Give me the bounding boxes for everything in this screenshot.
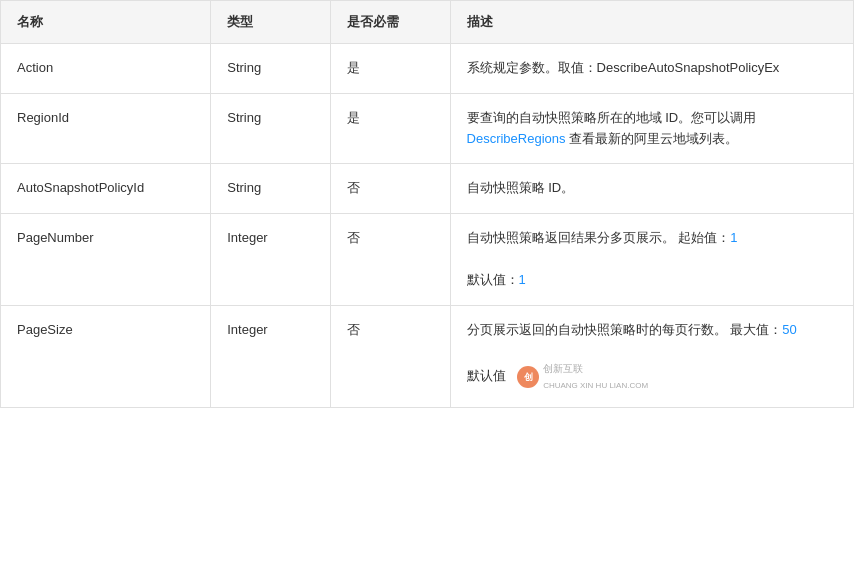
param-name: PageSize xyxy=(1,305,211,407)
header-desc: 描述 xyxy=(450,1,853,44)
table-row: RegionId String 是 要查询的自动快照策略所在的地域 ID。您可以… xyxy=(1,93,853,164)
param-desc: 系统规定参数。取值：DescribeAutoSnapshotPolicyEx xyxy=(450,44,853,94)
param-desc: 分页展示返回的自动快照策略时的每页行数。 最大值：50 默认值 创 创新互联CH… xyxy=(450,305,853,407)
table-row: AutoSnapshotPolicyId String 否 自动快照策略 ID。 xyxy=(1,164,853,214)
highlight-value-50: 50 xyxy=(782,322,796,337)
param-type: Integer xyxy=(211,305,331,407)
param-desc: 自动快照策略 ID。 xyxy=(450,164,853,214)
table-row: PageNumber Integer 否 自动快照策略返回结果分多页展示。 起始… xyxy=(1,214,853,305)
param-required: 是 xyxy=(330,93,450,164)
param-name: PageNumber xyxy=(1,214,211,305)
param-type: String xyxy=(211,164,331,214)
param-type: String xyxy=(211,93,331,164)
desc-text-before: 要查询的自动快照策略所在的地域 ID。您可以调用 xyxy=(467,110,757,125)
param-required: 是 xyxy=(330,44,450,94)
table-row: PageSize Integer 否 分页展示返回的自动快照策略时的每页行数。 … xyxy=(1,305,853,407)
desc-text-after: 查看最新的阿里云地域列表。 xyxy=(569,131,738,146)
desc-text: 系统规定参数。取值：DescribeAutoSnapshotPolicyEx xyxy=(467,60,780,75)
param-type: Integer xyxy=(211,214,331,305)
describe-regions-link[interactable]: DescribeRegions xyxy=(467,131,566,146)
param-desc: 要查询的自动快照策略所在的地域 ID。您可以调用 DescribeRegions… xyxy=(450,93,853,164)
header-type: 类型 xyxy=(211,1,331,44)
watermark-icon: 创 xyxy=(517,366,539,388)
desc-text-before: 分页展示返回的自动快照策略时的每页行数。 最大值： xyxy=(467,322,783,337)
desc-text-before: 自动快照策略返回结果分多页展示。 起始值： xyxy=(467,230,731,245)
param-desc: 自动快照策略返回结果分多页展示。 起始值：1 默认值：1 xyxy=(450,214,853,305)
header-name: 名称 xyxy=(1,1,211,44)
param-required: 否 xyxy=(330,305,450,407)
param-name: Action xyxy=(1,44,211,94)
param-name: AutoSnapshotPolicyId xyxy=(1,164,211,214)
highlight-value-1: 1 xyxy=(730,230,737,245)
watermark-text: 创新互联CHUANG XIN HU LIAN.COM xyxy=(543,361,648,393)
desc-text-default: 默认值： xyxy=(467,272,519,287)
desc-text-default: 默认值 xyxy=(467,369,506,384)
desc-text: 自动快照策略 ID。 xyxy=(467,180,575,195)
header-required: 是否必需 xyxy=(330,1,450,44)
param-name: RegionId xyxy=(1,93,211,164)
param-required: 否 xyxy=(330,214,450,305)
highlight-value-2: 1 xyxy=(519,272,526,287)
table-row: Action String 是 系统规定参数。取值：DescribeAutoSn… xyxy=(1,44,853,94)
param-required: 否 xyxy=(330,164,450,214)
params-table: 名称 类型 是否必需 描述 Action String 是 系统规定参数。取值：… xyxy=(0,0,854,408)
param-type: String xyxy=(211,44,331,94)
